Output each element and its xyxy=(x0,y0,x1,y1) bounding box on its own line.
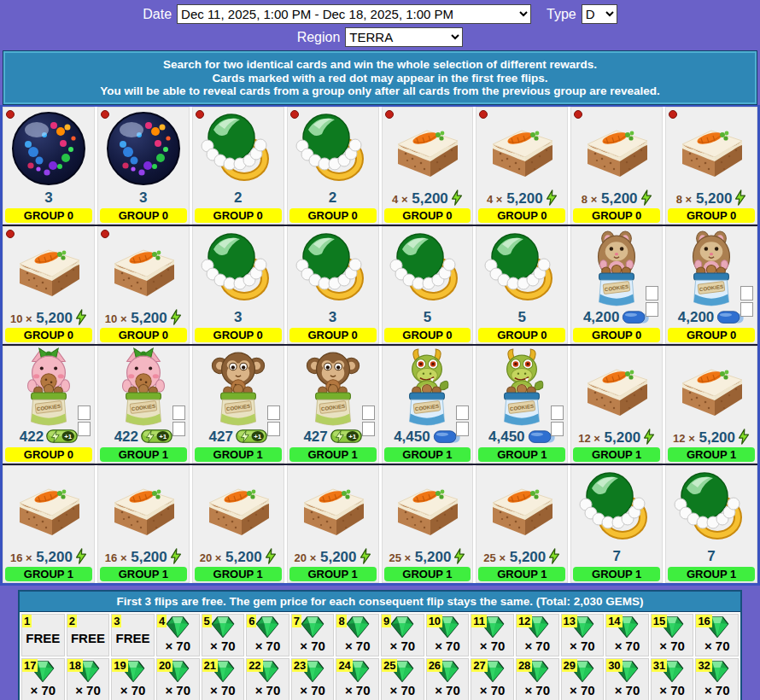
quantity-spinner[interactable] xyxy=(646,286,658,317)
reward-amount: 3 xyxy=(234,309,242,325)
reward-count: 10 × xyxy=(105,312,127,325)
reward-amount: 4,450 xyxy=(488,429,525,445)
reward-value: 3 xyxy=(192,309,284,326)
flip-cost: × 70 xyxy=(390,683,416,697)
svg-text:+1: +1 xyxy=(348,432,357,440)
region-label: Region xyxy=(297,30,341,45)
spin-up-button[interactable] xyxy=(740,286,753,300)
info-line-1: Search for two identical cards and win t… xyxy=(7,58,753,72)
reward-value: 10 × 5,200 xyxy=(3,309,95,326)
reward-amount: 5,200 xyxy=(699,429,735,446)
reward-card: 4 × 5,200GROUP 0 xyxy=(476,107,568,225)
reward-card: 7GROUP 1 xyxy=(570,465,663,583)
group-label: GROUP 0 xyxy=(384,328,471,342)
spin-down-button[interactable] xyxy=(740,302,753,317)
quantity-spinner[interactable] xyxy=(267,405,280,436)
quantity-spinner[interactable] xyxy=(740,286,753,317)
reward-card: 4 × 5,200GROUP 0 xyxy=(382,107,474,225)
reward-amount: 5,200 xyxy=(601,190,638,207)
flip-cost-cell: 5 × 70 xyxy=(202,614,245,656)
reward-card: 3GROUP 0 xyxy=(192,226,284,344)
spin-down-button[interactable] xyxy=(362,422,375,436)
flip-cost-cell: 15 × 70 xyxy=(651,614,694,656)
flip-cost-cell: 30 × 70 xyxy=(605,658,649,700)
reward-value: 4 × 5,200 xyxy=(382,190,474,207)
spin-up-button[interactable] xyxy=(267,405,280,420)
reward-amount: 5,200 xyxy=(36,310,73,326)
reward-count: 4 × xyxy=(392,193,407,206)
red-dot-marker xyxy=(574,110,582,119)
group-label: GROUP 1 xyxy=(100,447,187,462)
flip-number: 21 xyxy=(202,659,218,672)
monkey-cookie-jar-image: COOKIES xyxy=(301,347,365,434)
flip-cost: × 70 xyxy=(704,683,730,697)
quantity-spinner[interactable] xyxy=(362,405,375,436)
flip-number: 28 xyxy=(517,659,532,672)
group-label: GROUP 1 xyxy=(478,567,565,581)
spin-up-button[interactable] xyxy=(646,286,658,300)
energy-bolt-icon xyxy=(738,429,750,449)
spin-down-button[interactable] xyxy=(172,422,185,436)
flip-number: 23 xyxy=(292,659,307,672)
reward-card: 12 × 5,200GROUP 1 xyxy=(665,346,757,464)
flip-cost-cell: 21 × 70 xyxy=(202,658,245,700)
pearl-ring-image xyxy=(200,229,277,309)
card-row: COOKIES422 +1GROUP 0 COOKIES422 +1GROUP … xyxy=(3,344,757,464)
spin-up-button[interactable] xyxy=(362,405,375,420)
dragon-cookie-jar-image: COOKIES xyxy=(395,347,459,434)
carrot-cake-image xyxy=(10,229,87,309)
spin-up-button[interactable] xyxy=(456,405,469,420)
reward-amount: 5,200 xyxy=(131,310,167,326)
reward-card: 5GROUP 0 xyxy=(382,226,474,344)
reward-amount: 5,200 xyxy=(696,190,733,207)
spin-up-button[interactable] xyxy=(551,405,564,420)
reward-value: 12 × 5,200 xyxy=(570,429,663,446)
flip-cost: × 70 xyxy=(255,683,281,697)
spin-down-button[interactable] xyxy=(551,422,564,436)
reward-amount: 427 xyxy=(303,429,327,445)
flip-number: 19 xyxy=(112,659,127,672)
reward-card: 20 × 5,200GROUP 1 xyxy=(192,465,284,583)
reward-card: 10 × 5,200GROUP 0 xyxy=(3,226,95,344)
card-row: 3GROUP 0 3GROUP 0 2GROUP 0 2GROUP 0 4 × … xyxy=(3,107,757,225)
reward-amount: 5,200 xyxy=(320,549,357,565)
flip-number: 13 xyxy=(562,615,577,627)
quantity-spinner[interactable] xyxy=(172,405,185,436)
reward-count: 25 × xyxy=(389,551,411,564)
reward-amount: 7 xyxy=(707,548,715,564)
red-dot-marker xyxy=(479,110,488,119)
group-label: GROUP 1 xyxy=(573,567,660,581)
quantity-spinner[interactable] xyxy=(456,405,469,436)
spin-down-button[interactable] xyxy=(456,422,469,436)
region-select[interactable]: TERRA xyxy=(345,27,463,47)
carrot-cake-image xyxy=(389,468,465,548)
spin-up-button[interactable] xyxy=(78,405,91,420)
group-label: GROUP 0 xyxy=(668,208,755,223)
type-select[interactable]: D xyxy=(582,4,617,24)
flip-cost-cell: 32 × 70 xyxy=(695,658,739,700)
reward-count: 8 × xyxy=(676,193,692,206)
reward-amount: 5,200 xyxy=(412,190,448,207)
group-label: GROUP 1 xyxy=(478,447,565,462)
flip-cost: × 70 xyxy=(435,683,460,697)
flip-cost-cell: 4 × 70 xyxy=(156,614,200,656)
energy-bolt-icon xyxy=(453,548,465,569)
gem-icon xyxy=(165,615,190,639)
reward-value: 8 × 5,200 xyxy=(570,190,663,207)
flip-cost: × 70 xyxy=(165,639,190,653)
carrot-cake-image xyxy=(483,468,560,548)
reward-card: 20 × 5,200GROUP 1 xyxy=(287,465,379,583)
reward-amount: 5 xyxy=(518,309,526,325)
svg-text:+1: +1 xyxy=(159,432,167,440)
flip-cost: × 70 xyxy=(615,639,640,653)
carrot-cake-image xyxy=(673,109,750,190)
spin-down-button[interactable] xyxy=(78,422,91,436)
quantity-spinner[interactable] xyxy=(551,405,564,436)
spin-down-button[interactable] xyxy=(267,422,280,436)
group-label: GROUP 1 xyxy=(289,567,377,581)
spin-down-button[interactable] xyxy=(646,302,658,317)
energy-bolt-icon xyxy=(734,190,746,210)
date-select[interactable]: Dec 11, 2025, 1:00 PM - Dec 18, 2025, 1:… xyxy=(177,4,531,24)
spin-up-button[interactable] xyxy=(172,405,185,420)
quantity-spinner[interactable] xyxy=(78,405,91,436)
